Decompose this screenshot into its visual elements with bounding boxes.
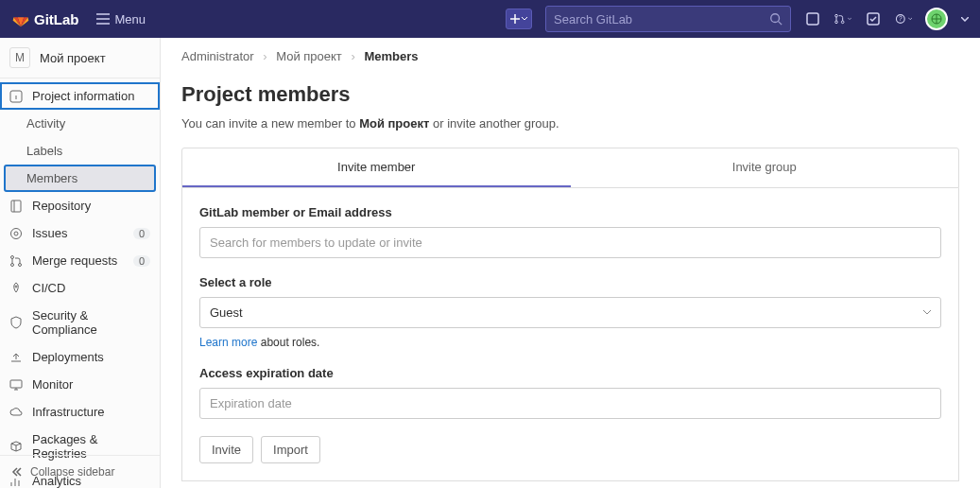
- gitlab-logo-icon: [11, 9, 30, 28]
- cloud-icon: [9, 406, 23, 419]
- breadcrumb-item[interactable]: Administrator: [181, 49, 254, 63]
- sidebar-item-labels[interactable]: Labels: [0, 137, 160, 165]
- new-button[interactable]: [506, 9, 532, 29]
- tab-invite-member[interactable]: Invite member: [182, 148, 571, 187]
- topbar: GitLab Menu ?: [0, 0, 980, 38]
- svg-text:?: ?: [899, 15, 903, 22]
- svg-point-0: [771, 14, 780, 23]
- sidebar-label: Project information: [32, 89, 134, 103]
- menu-button[interactable]: Menu: [96, 12, 146, 26]
- issues-nav-icon[interactable]: [804, 10, 821, 27]
- logo-text: GitLab: [34, 11, 79, 27]
- repo-icon: [9, 200, 23, 213]
- svg-point-16: [15, 286, 17, 288]
- sidebar-item-infrastructure[interactable]: Infrastructure: [0, 398, 160, 426]
- sidebar-item-repository[interactable]: Repository: [0, 192, 160, 219]
- svg-point-11: [11, 228, 22, 238]
- svg-point-4: [841, 21, 844, 24]
- rocket-icon: [9, 282, 23, 295]
- plus-icon: [510, 14, 520, 24]
- sidebar-item-project-information[interactable]: Project information: [0, 82, 160, 110]
- tab-invite-group[interactable]: Invite group: [571, 148, 959, 187]
- sidebar-item-monitor[interactable]: Monitor: [0, 371, 160, 398]
- member-label: GitLab member or Email address: [199, 205, 941, 219]
- project-avatar: М: [9, 47, 30, 68]
- member-input[interactable]: [199, 227, 941, 258]
- help-nav-icon[interactable]: ?: [895, 10, 912, 27]
- sidebar-item-activity[interactable]: Activity: [0, 110, 160, 137]
- monitor-icon: [9, 378, 23, 392]
- main-content: Administrator › Мой проект › Members Pro…: [161, 38, 980, 488]
- expiry-label: Access expiration date: [199, 366, 941, 380]
- sidebar-item-cicd[interactable]: CI/CD: [0, 274, 160, 302]
- learn-more-link[interactable]: Learn more: [199, 336, 257, 349]
- deploy-icon: [9, 351, 23, 364]
- breadcrumb-item[interactable]: Мой проект: [276, 49, 342, 63]
- project-header[interactable]: М Мой проект: [0, 38, 160, 78]
- sidebar-item-members[interactable]: Members: [4, 165, 156, 192]
- role-label: Select a role: [199, 275, 941, 289]
- page-title: Project members: [181, 82, 959, 107]
- search-box[interactable]: [545, 6, 791, 32]
- user-avatar[interactable]: [925, 8, 948, 30]
- invite-button[interactable]: Invite: [199, 436, 253, 463]
- topbar-right: ?: [506, 6, 969, 32]
- svg-rect-1: [807, 13, 818, 25]
- chevron-down-icon: [522, 17, 527, 21]
- invite-form: GitLab member or Email address Select a …: [181, 188, 959, 481]
- merge-icon: [9, 254, 23, 268]
- collapse-icon: [9, 466, 23, 478]
- sidebar-item-security[interactable]: Security & Compliance: [0, 302, 160, 343]
- logo[interactable]: GitLab: [11, 9, 79, 28]
- breadcrumb-current: Members: [364, 49, 418, 63]
- todos-nav-icon[interactable]: [865, 10, 882, 27]
- svg-point-12: [14, 232, 18, 235]
- collapse-sidebar[interactable]: Collapse sidebar: [0, 455, 160, 488]
- page-description: You can invite a new member to Мой проек…: [181, 116, 959, 131]
- shield-icon: [9, 316, 23, 329]
- badge: 0: [133, 228, 150, 239]
- hamburger-icon: [96, 13, 110, 25]
- badge: 0: [133, 255, 150, 267]
- breadcrumb: Administrator › Мой проект › Members: [181, 49, 959, 63]
- sidebar-item-merge-requests[interactable]: Merge requests0: [0, 247, 160, 274]
- menu-label: Menu: [115, 12, 146, 26]
- svg-point-2: [835, 14, 838, 17]
- svg-rect-17: [10, 380, 22, 388]
- svg-point-14: [11, 263, 14, 266]
- avatar-icon: [930, 12, 943, 26]
- package-icon: [9, 440, 23, 453]
- issues-icon: [9, 227, 23, 240]
- svg-rect-10: [11, 200, 21, 212]
- role-select[interactable]: Guest: [199, 297, 941, 328]
- svg-point-13: [11, 255, 14, 258]
- chevron-down-icon[interactable]: [961, 17, 969, 22]
- project-name: Мой проект: [40, 51, 106, 65]
- search-icon: [769, 12, 782, 26]
- sidebar-item-deployments[interactable]: Deployments: [0, 343, 160, 371]
- learn-more-text: Learn more about roles.: [199, 336, 941, 349]
- svg-point-3: [835, 21, 838, 24]
- svg-point-15: [19, 263, 22, 266]
- import-button[interactable]: Import: [261, 436, 320, 463]
- sidebar: М Мой проект Project information Activit…: [0, 38, 161, 488]
- info-icon: [9, 90, 23, 103]
- search-input[interactable]: [554, 12, 769, 26]
- expiry-input[interactable]: [199, 388, 941, 419]
- merge-requests-nav-icon[interactable]: [834, 10, 851, 27]
- invite-tabs: Invite member Invite group: [181, 148, 959, 188]
- chevron-down-icon: [923, 310, 931, 315]
- sidebar-item-issues[interactable]: Issues0: [0, 219, 160, 247]
